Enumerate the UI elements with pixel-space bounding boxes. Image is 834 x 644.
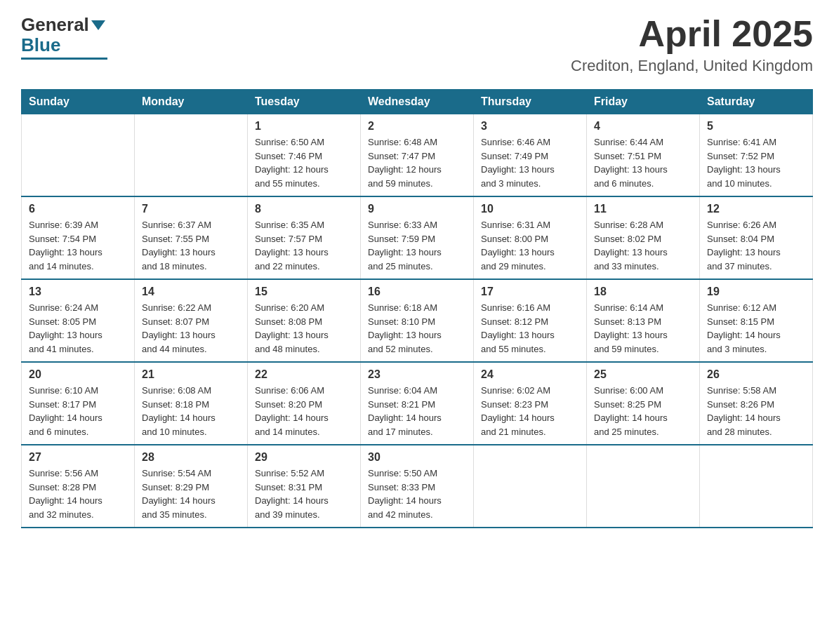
day-number: 23: [368, 368, 466, 381]
day-number: 19: [707, 286, 805, 298]
day-number: 12: [707, 203, 805, 215]
day-cell: 14Sunrise: 6:22 AM Sunset: 8:07 PM Dayli…: [135, 279, 248, 362]
day-cell: 17Sunrise: 6:16 AM Sunset: 8:12 PM Dayli…: [474, 279, 587, 362]
day-info: Sunrise: 6:04 AM Sunset: 8:21 PM Dayligh…: [368, 384, 466, 438]
day-number: 2: [368, 120, 466, 133]
day-cell: 7Sunrise: 6:37 AM Sunset: 7:55 PM Daylig…: [135, 196, 248, 279]
day-info: Sunrise: 6:22 AM Sunset: 8:07 PM Dayligh…: [142, 301, 240, 356]
day-cell: 10Sunrise: 6:31 AM Sunset: 8:00 PM Dayli…: [474, 196, 587, 279]
header-cell-friday: Friday: [587, 90, 700, 114]
day-number: 28: [142, 451, 240, 464]
header-cell-monday: Monday: [135, 90, 248, 114]
week-row-1: 1Sunrise: 6:50 AM Sunset: 7:46 PM Daylig…: [22, 114, 813, 197]
calendar-table: SundayMondayTuesdayWednesdayThursdayFrid…: [21, 89, 813, 528]
day-cell: 26Sunrise: 5:58 AM Sunset: 8:26 PM Dayli…: [700, 362, 813, 445]
day-number: 6: [29, 203, 127, 215]
calendar-header: SundayMondayTuesdayWednesdayThursdayFrid…: [22, 90, 813, 114]
day-cell: 3Sunrise: 6:46 AM Sunset: 7:49 PM Daylig…: [474, 114, 587, 197]
day-cell: 9Sunrise: 6:33 AM Sunset: 7:59 PM Daylig…: [361, 196, 474, 279]
calendar-body: 1Sunrise: 6:50 AM Sunset: 7:46 PM Daylig…: [22, 114, 813, 528]
day-info: Sunrise: 6:41 AM Sunset: 7:52 PM Dayligh…: [707, 135, 805, 190]
day-info: Sunrise: 6:33 AM Sunset: 7:59 PM Dayligh…: [368, 218, 466, 273]
day-number: 11: [594, 203, 692, 215]
week-row-4: 20Sunrise: 6:10 AM Sunset: 8:17 PM Dayli…: [22, 362, 813, 445]
day-info: Sunrise: 6:08 AM Sunset: 8:18 PM Dayligh…: [142, 384, 240, 438]
day-info: Sunrise: 6:24 AM Sunset: 8:05 PM Dayligh…: [29, 301, 127, 356]
day-number: 7: [142, 203, 240, 215]
day-cell: 13Sunrise: 6:24 AM Sunset: 8:05 PM Dayli…: [22, 279, 135, 362]
day-number: 18: [594, 286, 692, 298]
day-cell: 20Sunrise: 6:10 AM Sunset: 8:17 PM Dayli…: [22, 362, 135, 445]
day-cell: 1Sunrise: 6:50 AM Sunset: 7:46 PM Daylig…: [248, 114, 361, 197]
day-info: Sunrise: 6:16 AM Sunset: 8:12 PM Dayligh…: [481, 301, 579, 356]
day-number: 13: [29, 286, 127, 298]
day-info: Sunrise: 5:56 AM Sunset: 8:28 PM Dayligh…: [29, 467, 127, 521]
day-number: 20: [29, 368, 127, 381]
day-number: 8: [255, 203, 353, 215]
day-cell: [474, 445, 587, 528]
day-cell: 11Sunrise: 6:28 AM Sunset: 8:02 PM Dayli…: [587, 196, 700, 279]
day-number: 5: [707, 120, 805, 133]
logo-underline: [21, 58, 107, 60]
day-info: Sunrise: 6:39 AM Sunset: 7:54 PM Dayligh…: [29, 218, 127, 273]
day-info: Sunrise: 6:00 AM Sunset: 8:25 PM Dayligh…: [594, 384, 692, 438]
day-cell: 27Sunrise: 5:56 AM Sunset: 8:28 PM Dayli…: [22, 445, 135, 528]
day-cell: 22Sunrise: 6:06 AM Sunset: 8:20 PM Dayli…: [248, 362, 361, 445]
title-block: April 2025 Crediton, England, United Kin…: [571, 14, 813, 75]
day-info: Sunrise: 6:12 AM Sunset: 8:15 PM Dayligh…: [707, 301, 805, 356]
page-header: General Blue April 2025 Crediton, Englan…: [21, 14, 813, 75]
day-cell: 28Sunrise: 5:54 AM Sunset: 8:29 PM Dayli…: [135, 445, 248, 528]
day-cell: 15Sunrise: 6:20 AM Sunset: 8:08 PM Dayli…: [248, 279, 361, 362]
day-info: Sunrise: 6:35 AM Sunset: 7:57 PM Dayligh…: [255, 218, 353, 273]
day-info: Sunrise: 5:58 AM Sunset: 8:26 PM Dayligh…: [707, 384, 805, 438]
day-info: Sunrise: 5:52 AM Sunset: 8:31 PM Dayligh…: [255, 467, 353, 521]
day-cell: 18Sunrise: 6:14 AM Sunset: 8:13 PM Dayli…: [587, 279, 700, 362]
day-cell: 19Sunrise: 6:12 AM Sunset: 8:15 PM Dayli…: [700, 279, 813, 362]
day-info: Sunrise: 6:37 AM Sunset: 7:55 PM Dayligh…: [142, 218, 240, 273]
day-info: Sunrise: 6:06 AM Sunset: 8:20 PM Dayligh…: [255, 384, 353, 438]
day-info: Sunrise: 6:14 AM Sunset: 8:13 PM Dayligh…: [594, 301, 692, 356]
week-row-3: 13Sunrise: 6:24 AM Sunset: 8:05 PM Dayli…: [22, 279, 813, 362]
day-info: Sunrise: 6:50 AM Sunset: 7:46 PM Dayligh…: [255, 135, 353, 190]
header-row: SundayMondayTuesdayWednesdayThursdayFrid…: [22, 90, 813, 114]
day-cell: 16Sunrise: 6:18 AM Sunset: 8:10 PM Dayli…: [361, 279, 474, 362]
day-number: 27: [29, 451, 127, 464]
header-cell-thursday: Thursday: [474, 90, 587, 114]
day-number: 4: [594, 120, 692, 133]
day-cell: [22, 114, 135, 197]
day-info: Sunrise: 6:28 AM Sunset: 8:02 PM Dayligh…: [594, 218, 692, 273]
header-cell-sunday: Sunday: [22, 90, 135, 114]
day-number: 14: [142, 286, 240, 298]
logo-blue-text: Blue: [21, 34, 60, 56]
week-row-5: 27Sunrise: 5:56 AM Sunset: 8:28 PM Dayli…: [22, 445, 813, 528]
day-number: 9: [368, 203, 466, 215]
month-title: April 2025: [571, 14, 813, 54]
day-cell: [135, 114, 248, 197]
day-number: 17: [481, 286, 579, 298]
day-info: Sunrise: 6:44 AM Sunset: 7:51 PM Dayligh…: [594, 135, 692, 190]
day-info: Sunrise: 6:31 AM Sunset: 8:00 PM Dayligh…: [481, 218, 579, 273]
logo: General Blue: [21, 14, 107, 60]
day-cell: 25Sunrise: 6:00 AM Sunset: 8:25 PM Dayli…: [587, 362, 700, 445]
day-info: Sunrise: 6:20 AM Sunset: 8:08 PM Dayligh…: [255, 301, 353, 356]
header-cell-tuesday: Tuesday: [248, 90, 361, 114]
day-number: 21: [142, 368, 240, 381]
day-number: 30: [368, 451, 466, 464]
day-cell: 24Sunrise: 6:02 AM Sunset: 8:23 PM Dayli…: [474, 362, 587, 445]
day-cell: 23Sunrise: 6:04 AM Sunset: 8:21 PM Dayli…: [361, 362, 474, 445]
day-cell: 4Sunrise: 6:44 AM Sunset: 7:51 PM Daylig…: [587, 114, 700, 197]
week-row-2: 6Sunrise: 6:39 AM Sunset: 7:54 PM Daylig…: [22, 196, 813, 279]
day-info: Sunrise: 6:48 AM Sunset: 7:47 PM Dayligh…: [368, 135, 466, 190]
day-info: Sunrise: 6:02 AM Sunset: 8:23 PM Dayligh…: [481, 384, 579, 438]
day-cell: 5Sunrise: 6:41 AM Sunset: 7:52 PM Daylig…: [700, 114, 813, 197]
day-info: Sunrise: 5:54 AM Sunset: 8:29 PM Dayligh…: [142, 467, 240, 521]
day-number: 15: [255, 286, 353, 298]
day-info: Sunrise: 6:10 AM Sunset: 8:17 PM Dayligh…: [29, 384, 127, 438]
day-number: 25: [594, 368, 692, 381]
day-cell: [700, 445, 813, 528]
day-number: 26: [707, 368, 805, 381]
day-cell: 2Sunrise: 6:48 AM Sunset: 7:47 PM Daylig…: [361, 114, 474, 197]
day-info: Sunrise: 6:18 AM Sunset: 8:10 PM Dayligh…: [368, 301, 466, 356]
day-number: 16: [368, 286, 466, 298]
day-cell: 8Sunrise: 6:35 AM Sunset: 7:57 PM Daylig…: [248, 196, 361, 279]
